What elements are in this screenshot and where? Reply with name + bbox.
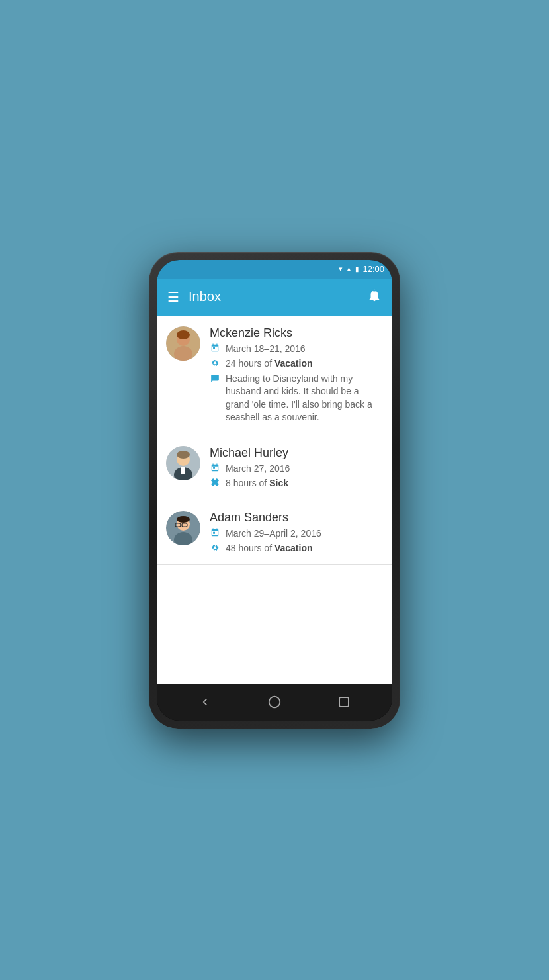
person-name: Mckenzie Ricks <box>210 326 382 340</box>
svg-point-13 <box>177 516 190 523</box>
back-button[interactable] <box>192 689 218 715</box>
comment-icon <box>210 374 220 385</box>
leave-text: 48 hours of Vacation <box>226 543 313 553</box>
leave-row: 8 hours of Sick <box>210 478 382 489</box>
battery-icon: ▮ <box>355 265 359 273</box>
leave-text: 8 hours of Sick <box>226 478 288 488</box>
avatar <box>166 511 200 545</box>
signal-icon: ▲ <box>346 265 353 273</box>
leave-row: 48 hours of Vacation <box>210 543 382 554</box>
svg-rect-19 <box>340 697 349 707</box>
list-item[interactable]: Adam Sanders March 29–April 2, 2016 <box>157 500 392 565</box>
date-text: March 27, 2016 <box>226 463 290 474</box>
date-row: March 29–April 2, 2016 <box>210 528 382 539</box>
avatar <box>166 326 200 361</box>
app-title: Inbox <box>189 289 221 304</box>
leave-row: 24 hours of Vacation <box>210 358 382 369</box>
vacation-icon <box>210 543 220 554</box>
nav-bar <box>157 684 392 721</box>
svg-point-4 <box>177 330 190 339</box>
item-details: Michael Hurley March 27, 2016 <box>210 446 382 489</box>
svg-point-18 <box>269 696 280 707</box>
calendar-icon <box>210 463 220 474</box>
status-time: 12:00 <box>362 264 384 274</box>
app-bar-left: ☰ Inbox <box>167 289 221 305</box>
item-details: Adam Sanders March 29–April 2, 2016 <box>210 511 382 554</box>
svg-rect-10 <box>181 467 185 474</box>
date-row: March 27, 2016 <box>210 463 382 474</box>
leave-text: 24 hours of Vacation <box>226 358 313 369</box>
app-bar: ☰ Inbox ↑ <box>157 279 392 316</box>
list-item[interactable]: Michael Hurley March 27, 2016 <box>157 435 392 500</box>
date-text: March 29–April 2, 2016 <box>226 528 321 539</box>
vacation-icon <box>210 358 220 369</box>
notification-icon[interactable]: ↑ <box>367 288 382 306</box>
avatar <box>166 446 200 480</box>
calendar-icon <box>210 528 220 539</box>
inbox-list: Mckenzie Ricks March 18–21, 2016 <box>157 316 392 684</box>
calendar-icon <box>210 343 220 355</box>
person-name: Michael Hurley <box>210 446 382 460</box>
comment-text: Heading to Disneyland with my husband an… <box>226 373 382 424</box>
person-name: Adam Sanders <box>210 511 382 525</box>
phone-device: ▾ ▲ ▮ 12:00 ☰ Inbox ↑ <box>149 252 400 729</box>
comment-row: Heading to Disneyland with my husband an… <box>210 373 382 424</box>
recents-button[interactable] <box>331 689 357 715</box>
svg-text:↑: ↑ <box>374 289 375 292</box>
status-icons: ▾ ▲ ▮ 12:00 <box>339 264 384 274</box>
svg-point-8 <box>177 451 190 459</box>
date-row: March 18–21, 2016 <box>210 343 382 355</box>
wifi-icon: ▾ <box>339 265 343 273</box>
phone-screen: ▾ ▲ ▮ 12:00 ☰ Inbox ↑ <box>157 260 392 721</box>
menu-icon[interactable]: ☰ <box>167 289 179 305</box>
item-details: Mckenzie Ricks March 18–21, 2016 <box>210 326 382 424</box>
date-text: March 18–21, 2016 <box>226 343 306 354</box>
list-item[interactable]: Mckenzie Ricks March 18–21, 2016 <box>157 316 392 435</box>
home-button[interactable] <box>261 689 288 715</box>
status-bar: ▾ ▲ ▮ 12:00 <box>157 260 392 279</box>
sick-icon <box>210 478 220 489</box>
